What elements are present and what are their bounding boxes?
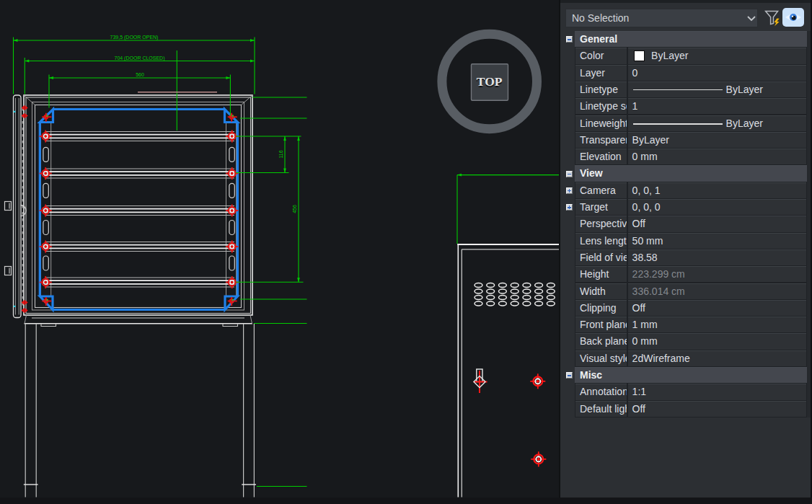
svg-text:739,5 (DOOR OPEN): 739,5 (DOOR OPEN) xyxy=(110,35,159,40)
svg-text:456: 456 xyxy=(292,205,297,213)
svg-text:TOP: TOP xyxy=(477,74,503,89)
svg-text:560: 560 xyxy=(136,72,144,77)
svg-text:116: 116 xyxy=(278,150,283,158)
svg-text:704 (DOOR CLOSED): 704 (DOOR CLOSED) xyxy=(114,56,164,61)
